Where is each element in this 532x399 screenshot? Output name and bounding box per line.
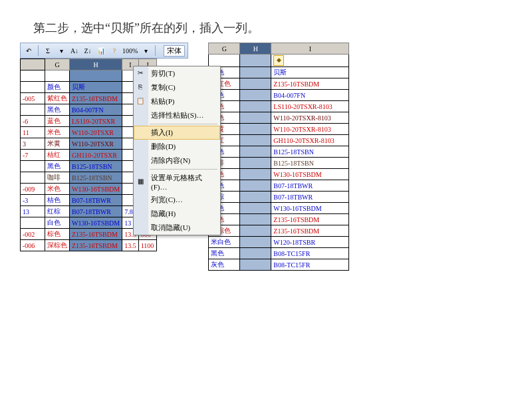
table-row: 米色W110-20TSXR-8103 [209, 112, 349, 124]
dropdown-icon[interactable]: ▾ [56, 45, 66, 56]
table-row: 紫红色Z135-16TSBDM [209, 78, 349, 90]
header-cell: 颜色 [45, 82, 70, 93]
col-header-selected[interactable]: H [70, 59, 122, 70]
instruction-text: 第二步，选中“贝斯”所在的列，插入一列。 [0, 0, 532, 43]
menu-icon: ✂ [136, 69, 145, 78]
sort-desc-icon[interactable]: Z↓ [82, 45, 93, 56]
table-row: 黑色B125-18TSBN [209, 146, 349, 158]
table-row: 黑色B08-TC15FR [209, 248, 349, 259]
col-header[interactable]: I [271, 43, 349, 55]
table-row: 红棕B07-18TBWR [209, 192, 349, 203]
screenshot-before: ↶ Σ ▾ A↓ Z↓ 📊 ? 100% ▾ 宋体 G H I J 颜色 [20, 43, 188, 271]
zoom-value[interactable]: 100% [122, 47, 138, 55]
header-cell: 贝斯 [271, 67, 349, 78]
table-row: 米色W130-16TSBDM [209, 169, 349, 180]
table-row: 桔色B07-18TBWR [209, 180, 349, 192]
col-header[interactable]: G [209, 43, 240, 55]
sum-icon[interactable]: Σ [43, 45, 53, 56]
table-row: 蓝色LS110-20TSXR-8103 [209, 101, 349, 112]
font-select[interactable]: 宋体 [164, 45, 185, 57]
context-menu-item[interactable]: 插入(I) [134, 126, 220, 140]
table-row: 深棕色Z135-16TSBDM [209, 225, 349, 237]
header-cell: 贝斯 [70, 82, 122, 93]
sort-asc-icon[interactable]: A↓ [69, 45, 80, 56]
table-row: 白色W130-16TSBDM [209, 203, 349, 214]
screenshot-after: G H I ◆ 颜色 贝斯 紫红色Z135-16TSBDM黑色B04-007FN… [208, 43, 349, 271]
context-menu-item[interactable]: 取消隐藏(U) [134, 221, 220, 235]
context-menu-item[interactable]: ▦设置单元格格式(F)… [134, 171, 220, 193]
context-menu-item[interactable]: ✂剪切(T) [134, 66, 220, 80]
table-row: -006深棕色Z135-16TSBDM13.51100 [21, 240, 157, 251]
table-row: 桔红GH110-20TSXR-8103 [209, 135, 349, 146]
context-menu-item[interactable]: 列宽(C)… [134, 193, 220, 207]
spreadsheet-right: G H I ◆ 颜色 贝斯 紫红色Z135-16TSBDM黑色B04-007FN… [208, 43, 349, 271]
menu-icon: 📋 [136, 97, 145, 106]
col-header-selected[interactable]: H [240, 43, 271, 55]
context-menu: ✂剪切(T)⎘复制(C)📋粘贴(P)选择性粘贴(S)…插入(I)删除(D)清除内… [133, 66, 221, 235]
undo-icon[interactable]: ↶ [23, 45, 34, 56]
menu-icon: ⎘ [136, 83, 145, 92]
zoom-dropdown-icon[interactable]: ▾ [140, 45, 151, 56]
menu-icon: ▦ [136, 178, 145, 187]
help-icon[interactable]: ? [109, 45, 120, 56]
context-menu-item[interactable]: 删除(D) [134, 140, 220, 154]
col-header[interactable]: G [45, 59, 70, 70]
toolbar: ↶ Σ ▾ A↓ Z↓ 📊 ? 100% ▾ 宋体 [20, 43, 188, 59]
smart-tag-icon[interactable]: ◆ [273, 55, 284, 66]
context-menu-item[interactable]: 清除内容(N) [134, 154, 220, 168]
context-menu-item[interactable]: ⎘复制(C) [134, 80, 220, 94]
table-row: 米黄W110-20TSXR-8103 [209, 124, 349, 135]
context-menu-item[interactable]: 选择性粘贴(S)… [134, 108, 220, 122]
table-row: 棕色Z135-16TSBDM [209, 214, 349, 225]
table-row: 灰色B08-TC15FR [209, 259, 349, 271]
table-row: 咖啡B125-18TSBN [209, 158, 349, 169]
table-row: 黑色B04-007FN [209, 90, 349, 101]
context-menu-item[interactable]: 📋粘贴(P) [134, 94, 220, 108]
context-menu-item[interactable]: 隐藏(H) [134, 207, 220, 221]
table-row: 米白色W120-18TSBR [209, 237, 349, 248]
chart-icon[interactable]: 📊 [96, 45, 106, 56]
